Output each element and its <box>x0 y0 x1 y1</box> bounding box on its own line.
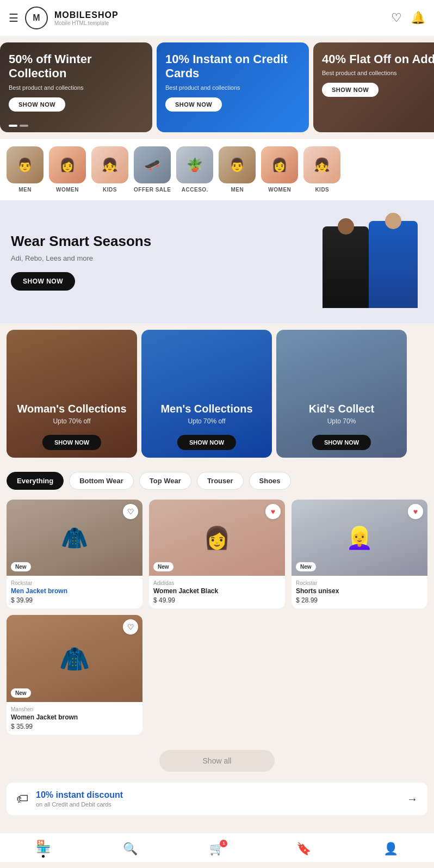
banner-dots <box>9 125 28 127</box>
product-fav-2[interactable]: ♥ <box>265 504 281 519</box>
collection-men[interactable]: Men's Collections Upto 70% off SHOW NOW <box>141 330 272 458</box>
banner-slide-1[interactable]: 50% off Winter Collection Best product a… <box>0 42 152 132</box>
product-card-4[interactable]: 🧥 New ♡ Mansheri Women Jacket brown $ 35… <box>7 615 142 735</box>
cat-item-kids2[interactable]: 👧 KIDS <box>303 146 340 193</box>
product-price-1: $ 39.99 <box>11 596 138 604</box>
cat-img-men: 👨 <box>7 146 44 183</box>
product-brand-2: Adididas <box>153 580 281 586</box>
cat-img-access: 🪴 <box>176 146 213 183</box>
product-fav-4[interactable]: ♡ <box>123 619 138 635</box>
banner-btn-2[interactable]: SHOW NOW <box>165 97 222 112</box>
product-brand-1: Rockstar <box>11 580 138 586</box>
bell-icon[interactable]: 🔔 <box>411 11 425 25</box>
product-fav-1[interactable]: ♡ <box>123 504 138 519</box>
nav-profile[interactable]: 👤 <box>383 842 398 856</box>
coll-woman-title: Woman's Collections <box>7 402 137 415</box>
banner-slide-2[interactable]: 10% Instant on Credit Cards Best product… <box>157 42 309 132</box>
product-img-4: 🧥 New ♡ <box>7 615 142 702</box>
coll-kids-sub: Upto 70% <box>276 417 407 425</box>
product-card-3[interactable]: 👱‍♀️ New ♥ Rockstar Shorts unisex $ 28.9… <box>292 500 427 608</box>
cat-label-men2: MEN <box>231 187 244 193</box>
nav-search[interactable]: 🔍 <box>123 842 138 856</box>
coll-men-btn[interactable]: SHOW NOW <box>177 435 236 450</box>
collection-woman[interactable]: Woman's Collections Upto 70% off SHOW NO… <box>7 330 137 458</box>
discount-text-wrap: 10% instant discount on all Credit and D… <box>36 790 123 808</box>
product-fav-3[interactable]: ♥ <box>408 504 423 519</box>
search-icon: 🔍 <box>123 842 138 856</box>
head-dark <box>338 218 354 235</box>
cat-item-offer[interactable]: 🛹 OFFER SALE <box>134 146 171 193</box>
bottom-nav: 🏪 🔍 🛒 1 🔖 👤 <box>0 833 434 862</box>
banner-slider: 50% off Winter Collection Best product a… <box>0 36 434 139</box>
wear-smart-banner: Wear Smart Seasons Adi, Rebo, Lees and m… <box>0 200 434 323</box>
cat-item-men2[interactable]: 👨 MEN <box>219 146 256 193</box>
filter-tab-top-wear[interactable]: Top Wear <box>139 472 191 490</box>
collection-kids[interactable]: Kid's Collect Upto 70% SHOW NOW <box>276 330 407 458</box>
wear-smart-btn[interactable]: SHOW NOW <box>11 272 75 291</box>
discount-left: 🏷 10% instant discount on all Credit and… <box>16 790 123 808</box>
cat-label-offer: OFFER SALE <box>134 187 171 193</box>
product-name-3: Shorts unisex <box>296 587 423 595</box>
person-blue-silhouette <box>369 221 418 308</box>
logo-icon: M <box>25 7 48 29</box>
banner-sub-3: Best product and collections <box>322 70 434 76</box>
cat-label-women: WOMEN <box>56 187 79 193</box>
brand-subtitle: Mobile HTML template <box>54 20 119 26</box>
wear-smart-img <box>314 216 423 308</box>
product-card-2[interactable]: 👩 New ♥ Adididas Women Jacket Black $ 49… <box>149 500 285 608</box>
banner-content-1: 50% off Winter Collection Best product a… <box>0 42 152 121</box>
cat-item-women2[interactable]: 👩 WOMEN <box>261 146 298 193</box>
discount-banner[interactable]: 🏷 10% instant discount on all Credit and… <box>7 783 427 815</box>
cat-img-women2: 👩 <box>261 146 298 183</box>
coll-kids-title: Kid's Collect <box>276 402 407 415</box>
banner-sub-1: Best product and collections <box>9 84 144 91</box>
show-all-button[interactable]: Show all <box>159 750 275 772</box>
banner-title-2: 10% Instant on Credit Cards <box>165 52 300 81</box>
product-img-2: 👩 New ♥ <box>149 500 285 576</box>
product-info-4: Mansheri Women Jacket brown $ 35.99 <box>7 702 142 735</box>
banner-btn-1[interactable]: SHOW NOW <box>9 97 65 112</box>
filter-tab-everything[interactable]: Everything <box>7 472 64 490</box>
person-dark-silhouette <box>323 226 369 308</box>
coll-kids-btn[interactable]: SHOW NOW <box>312 435 371 450</box>
product-badge-1: New <box>11 562 31 571</box>
brand-name: MOBILESHOP <box>54 10 119 20</box>
nav-bookmark[interactable]: 🔖 <box>296 842 311 856</box>
hamburger-icon[interactable]: ☰ <box>9 11 18 24</box>
heart-icon-1: ♡ <box>127 507 134 516</box>
cat-label-men: MEN <box>18 187 32 193</box>
dot-2 <box>20 125 28 127</box>
heart-icon[interactable]: ♡ <box>391 11 402 25</box>
cat-item-women[interactable]: 👩 WOMEN <box>49 146 86 193</box>
cat-item-kids[interactable]: 👧 KIDS <box>91 146 128 193</box>
wear-smart-title: Wear Smart Seasons <box>11 233 314 250</box>
product-card-1[interactable]: 🧥 New ♡ Rockstar Men Jacket brown $ 39.9… <box>7 500 142 608</box>
filter-tab-bottom-wear[interactable]: Bottom Wear <box>69 472 134 490</box>
filter-tab-shoes[interactable]: Shoes <box>249 472 291 490</box>
filter-tab-trouser[interactable]: Trouser <box>197 472 244 490</box>
coll-woman-sub: Upto 70% off <box>7 417 137 425</box>
coll-men-title: Men's Collections <box>141 402 272 415</box>
cat-label-kids2: KIDS <box>315 187 329 193</box>
product-info-2: Adididas Women Jacket Black $ 49.99 <box>149 576 285 608</box>
nav-cart[interactable]: 🛒 1 <box>209 842 224 856</box>
product-info-3: Rockstar Shorts unisex $ 28.99 <box>292 576 427 608</box>
product-img-1: 🧥 New ♡ <box>7 500 142 576</box>
coll-woman-btn[interactable]: SHOW NOW <box>42 435 101 450</box>
filter-tabs: Everything Bottom Wear Top Wear Trouser … <box>0 464 434 497</box>
cat-item-men[interactable]: 👨 MEN <box>7 146 44 193</box>
banner-slide-3[interactable]: 40% Flat Off on Addi Best product and co… <box>313 42 434 132</box>
wear-smart-text: Wear Smart Seasons Adi, Rebo, Lees and m… <box>11 233 314 291</box>
banner-content-3: 40% Flat Off on Addi Best product and co… <box>313 42 434 107</box>
product-name-2: Women Jacket Black <box>153 587 281 595</box>
product-price-4: $ 35.99 <box>11 723 138 730</box>
product-name-1: Men Jacket brown <box>11 587 138 595</box>
banner-btn-3[interactable]: SHOW NOW <box>322 83 379 97</box>
cat-img-kids: 👧 <box>91 146 128 183</box>
dot-1 <box>9 125 17 127</box>
nav-home[interactable]: 🏪 <box>36 840 51 858</box>
cat-img-women: 👩 <box>49 146 86 183</box>
discount-percent: 10% <box>36 790 53 799</box>
cat-item-access[interactable]: 🪴 ACCESO. <box>176 146 213 193</box>
show-all-wrap: Show all <box>0 741 434 783</box>
